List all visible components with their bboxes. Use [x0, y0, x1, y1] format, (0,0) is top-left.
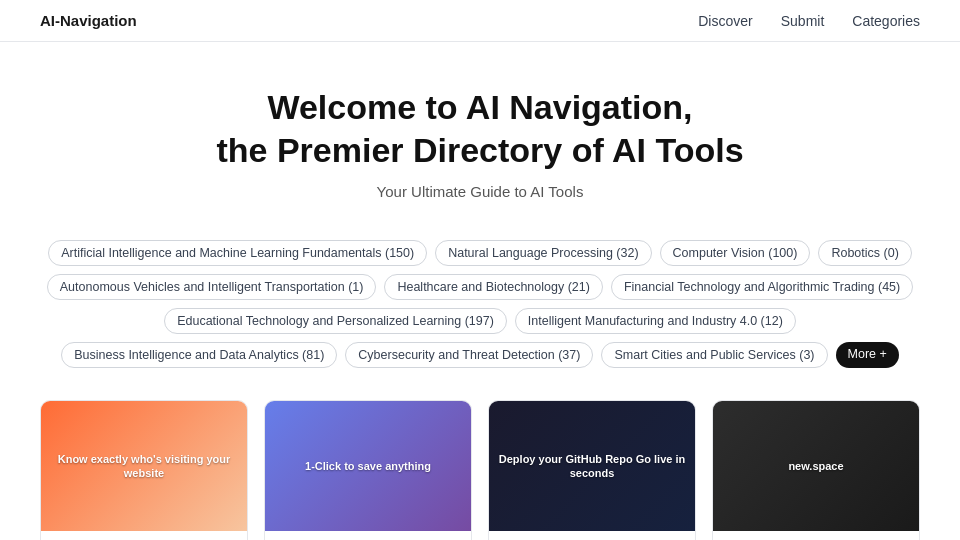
- navbar: AI-Navigation Discover Submit Categories: [0, 0, 960, 42]
- thumb-label: Know exactly who's visiting your website: [41, 444, 247, 489]
- tag-item[interactable]: Autonomous Vehicles and Intelligent Tran…: [47, 274, 377, 300]
- nav-categories[interactable]: Categories: [852, 13, 920, 29]
- nav-discover[interactable]: Discover: [698, 13, 752, 29]
- hero-title: Welcome to AI Navigation,the Premier Dir…: [130, 86, 830, 171]
- tag-item[interactable]: Artificial Intelligence and Machine Lear…: [48, 240, 427, 266]
- tag-item[interactable]: Natural Language Processing (32): [435, 240, 651, 266]
- tag-item[interactable]: Smart Cities and Public Services (3): [601, 342, 827, 368]
- tag-item[interactable]: Business Intelligence and Data Analytics…: [61, 342, 337, 368]
- nav-submit[interactable]: Submit: [781, 13, 825, 29]
- tags-container: Artificial Intelligence and Machine Lear…: [0, 224, 960, 384]
- card[interactable]: new.space new.space for... ↗ Guide on co…: [712, 400, 920, 540]
- tag-item[interactable]: Computer Vision (100): [660, 240, 811, 266]
- card-thumbnail: Know exactly who's visiting your website: [41, 401, 247, 531]
- cards-grid-row1: Know exactly who's visiting your website…: [40, 400, 920, 540]
- hero-subtitle: Your Ultimate Guide to AI Tools: [20, 183, 940, 200]
- card[interactable]: Know exactly who's visiting your website…: [40, 400, 248, 540]
- thumb-label: 1-Click to save anything: [297, 451, 439, 481]
- tag-item[interactable]: Educational Technology and Personalized …: [164, 308, 507, 334]
- nav-links: Discover Submit Categories: [698, 13, 920, 29]
- tag-item[interactable]: Financial Technology and Algorithmic Tra…: [611, 274, 913, 300]
- tag-more-button[interactable]: More +: [836, 342, 899, 368]
- card-body: Exopods ↗ Exopods offers simple, scalabl…: [489, 531, 695, 540]
- thumb-label: Deploy your GitHub Repo Go live in secon…: [489, 444, 695, 489]
- card-body: 10xlaunch ↗ 10xlaunch helps websites inc…: [41, 531, 247, 540]
- card-thumbnail: Deploy your GitHub Repo Go live in secon…: [489, 401, 695, 531]
- tag-item[interactable]: Healthcare and Biotechnology (21): [384, 274, 602, 300]
- thumb-label: new.space: [780, 451, 851, 481]
- tag-item[interactable]: Robotics (0): [818, 240, 911, 266]
- cards-section: Know exactly who's visiting your website…: [0, 384, 960, 540]
- card-body: PackPack.AI ↗ PackPack offers a 1-click …: [265, 531, 471, 540]
- card-thumbnail: new.space: [713, 401, 919, 531]
- nav-logo[interactable]: AI-Navigation: [40, 12, 137, 29]
- card-thumbnail: 1-Click to save anything: [265, 401, 471, 531]
- card[interactable]: Deploy your GitHub Repo Go live in secon…: [488, 400, 696, 540]
- tag-item[interactable]: Cybersecurity and Threat Detection (37): [345, 342, 593, 368]
- card-body: new.space for... ↗ Guide on connecting t…: [713, 531, 919, 540]
- tag-item[interactable]: Intelligent Manufacturing and Industry 4…: [515, 308, 796, 334]
- card[interactable]: 1-Click to save anything PackPack.AI ↗ P…: [264, 400, 472, 540]
- hero-section: Welcome to AI Navigation,the Premier Dir…: [0, 42, 960, 224]
